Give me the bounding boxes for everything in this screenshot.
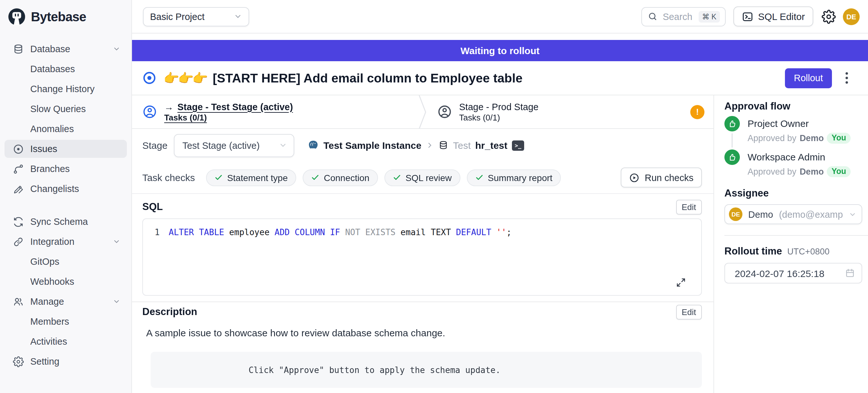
- approval-role: Project Owner: [748, 117, 850, 129]
- stage-label: Stage: [142, 140, 167, 151]
- approval-status: Approved by Demo You: [748, 133, 850, 144]
- tab-separator: [418, 95, 427, 128]
- stage-tabs: →Stage - Test Stage (active) Tasks (0/1)…: [132, 95, 713, 129]
- task-checks-row: Task checks Statement type Connection SQ…: [132, 162, 713, 194]
- sql-statement: ALTER TABLE employee ADD COLUMN IF NOT E…: [169, 228, 512, 238]
- sidebar-item-setting[interactable]: Setting: [4, 353, 127, 370]
- bytebase-logo-icon: [8, 8, 25, 25]
- description-code-text: Click "Approve" button to apply the sche…: [151, 365, 501, 375]
- check-sql-review[interactable]: SQL review: [384, 169, 460, 186]
- sidebar-item-anomalies[interactable]: Anomalies: [4, 120, 127, 138]
- sidebar-item-branches[interactable]: Branches: [4, 160, 127, 178]
- sidebar-item-change-history[interactable]: Change History: [4, 80, 127, 98]
- sidebar: Bytebase Database Databases Change Histo…: [0, 0, 132, 393]
- check-statement-type[interactable]: Statement type: [206, 169, 296, 186]
- issue-side-panel: Approval flow Project Owner Approved by …: [713, 95, 868, 393]
- chevron-down-icon: [113, 45, 120, 53]
- sql-edit-button[interactable]: Edit: [676, 200, 702, 214]
- sidebar-item-slow-queries[interactable]: Slow Queries: [4, 100, 127, 118]
- check-icon: [311, 173, 319, 182]
- panel-divider: [724, 235, 868, 236]
- description-body: A sample issue to showcase how to review…: [146, 327, 702, 339]
- sql-code-editor[interactable]: 1 ALTER TABLE employee ADD COLUMN IF NOT…: [142, 218, 702, 296]
- git-branch-icon: [13, 163, 24, 174]
- sidebar-item-activities[interactable]: Activities: [4, 332, 127, 351]
- rollout-time-input[interactable]: 2024-02-07 16:25:18: [724, 263, 862, 283]
- tab-test-stage[interactable]: →Stage - Test Stage (active) Tasks (0/1): [132, 95, 418, 128]
- task-checks-label: Task checks: [142, 172, 195, 183]
- calendar-icon: [845, 268, 855, 278]
- sidebar-item-database[interactable]: Database: [4, 40, 127, 58]
- stage-selector-row: Stage Test Stage (active) Test Sample In…: [132, 129, 713, 162]
- tasks-link[interactable]: Tasks (0/1): [164, 113, 293, 122]
- section-divider: [132, 302, 713, 302]
- open-sql-editor-icon[interactable]: >_: [512, 140, 524, 150]
- sql-section-header: SQL Edit: [132, 199, 713, 215]
- sidebar-item-issues[interactable]: Issues: [4, 140, 127, 158]
- check-icon: [214, 173, 222, 182]
- sidebar-item-manage[interactable]: Manage: [4, 293, 127, 310]
- sidebar-item-databases[interactable]: Databases: [4, 60, 127, 78]
- project-select[interactable]: Basic Project: [143, 7, 249, 26]
- you-badge: You: [827, 133, 850, 144]
- changelist-pencils-icon: [13, 183, 24, 194]
- expand-editor-icon[interactable]: [676, 278, 686, 288]
- chevron-down-icon: [234, 12, 242, 21]
- stage-select[interactable]: Test Stage (active): [174, 134, 294, 157]
- description-edit-button[interactable]: Edit: [676, 304, 702, 319]
- topbar: Basic Project ⌘ K SQL Editor: [132, 0, 868, 33]
- sidebar-item-members[interactable]: Members: [4, 312, 127, 331]
- database-breadcrumb: Test Sample Instance Test hr_test >_: [308, 140, 524, 151]
- sidebar-item-integration[interactable]: Integration: [4, 233, 127, 251]
- brand-logo[interactable]: Bytebase: [0, 0, 131, 33]
- you-badge: You: [827, 166, 850, 177]
- chevron-down-icon: [849, 210, 857, 218]
- environment-label: Test: [453, 140, 471, 151]
- issue-title-row: 👉👉👉 [START HERE] Add email column to Emp…: [132, 61, 868, 95]
- chevron-down-icon: [113, 298, 120, 305]
- description-section-header: Description Edit: [132, 305, 713, 319]
- instance-link[interactable]: Test Sample Instance: [323, 140, 422, 151]
- link-icon: [13, 236, 24, 247]
- users-icon: [13, 296, 24, 307]
- rollout-button[interactable]: Rollout: [785, 68, 832, 88]
- search-input[interactable]: ⌘ K: [641, 7, 726, 26]
- line-number: 1: [152, 228, 160, 238]
- approval-flow-heading: Approval flow: [724, 100, 862, 112]
- sidebar-item-webhooks[interactable]: Webhooks: [4, 273, 127, 291]
- approval-status: Approved by Demo You: [748, 166, 850, 177]
- kebab-menu-icon[interactable]: [845, 71, 849, 85]
- issue-circle-dot-icon: [13, 143, 24, 154]
- settings-gear-icon[interactable]: [822, 9, 836, 24]
- issue-title: 👉👉👉 [START HERE] Add email column to Emp…: [163, 70, 785, 85]
- stage-link[interactable]: Stage - Test Stage (active): [177, 101, 293, 112]
- terminal-square-icon: [742, 11, 753, 22]
- assignee-select[interactable]: DE Demo (demo@example: [724, 204, 862, 224]
- app-window: Bytebase Database Databases Change Histo…: [0, 0, 868, 393]
- sync-refresh-icon: [13, 216, 24, 227]
- issue-open-icon: [142, 71, 156, 85]
- approved-thumbs-up-icon: [724, 149, 740, 165]
- tab-prod-stage[interactable]: Stage - Prod Stage Tasks (0/1) !: [427, 95, 713, 128]
- approval-role: Workspace Admin: [748, 151, 850, 163]
- play-circle-icon: [629, 172, 640, 183]
- description-code-block: Click "Approve" button to apply the sche…: [151, 352, 702, 388]
- search-shortcut-badge: ⌘ K: [699, 11, 720, 22]
- run-checks-button[interactable]: Run checks: [621, 168, 702, 187]
- sidebar-item-gitops[interactable]: GitOps: [4, 252, 127, 271]
- check-summary-report[interactable]: Summary report: [467, 169, 561, 186]
- postgresql-icon: [308, 140, 319, 151]
- sidebar-item-changelists[interactable]: Changelists: [4, 180, 127, 198]
- search-field[interactable]: [661, 11, 695, 22]
- person-circle-icon: [142, 104, 157, 119]
- database-link[interactable]: hr_test: [475, 140, 507, 151]
- sql-heading: SQL: [142, 201, 163, 213]
- check-connection[interactable]: Connection: [303, 169, 378, 186]
- user-avatar[interactable]: DE: [843, 8, 860, 25]
- approval-connector: [732, 133, 733, 148]
- search-icon: [648, 11, 657, 21]
- status-banner: Waiting to rollout: [132, 40, 868, 61]
- sidebar-item-sync-schema[interactable]: Sync Schema: [4, 213, 127, 231]
- sql-editor-button[interactable]: SQL Editor: [734, 6, 813, 26]
- approved-thumbs-up-icon: [724, 116, 740, 131]
